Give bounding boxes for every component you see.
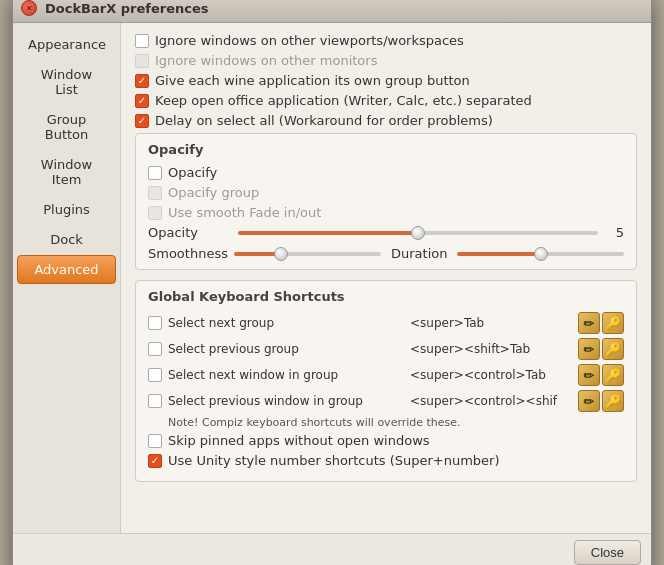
ignore-monitors-checkbox[interactable] xyxy=(135,54,149,68)
wine-group-checkbox[interactable] xyxy=(135,74,149,88)
shortcut-1-key: <super><shift>Tab xyxy=(410,342,570,356)
shortcut-2-label: Select next window in group xyxy=(168,368,410,382)
shortcut-3-icons: ✏ 🔑 xyxy=(578,390,624,412)
unity-style-label: Use Unity style number shortcuts (Super+… xyxy=(168,453,500,468)
window-title: DockBarX preferences xyxy=(45,1,208,16)
shortcut-0-key: <super>Tab xyxy=(410,316,570,330)
smoothness-slider-part: Smoothness xyxy=(148,246,381,261)
sidebar-item-plugins[interactable]: Plugins xyxy=(17,195,116,224)
smoothness-slider[interactable] xyxy=(234,252,381,256)
shortcut-0-icons: ✏ 🔑 xyxy=(578,312,624,334)
sidebar-item-group-button[interactable]: Group Button xyxy=(17,105,116,149)
shortcut-2-checkbox[interactable] xyxy=(148,368,162,382)
shortcut-1-icons: ✏ 🔑 xyxy=(578,338,624,360)
close-window-button[interactable]: ✕ xyxy=(21,0,37,16)
keep-office-label: Keep open office application (Writer, Ca… xyxy=(155,93,532,108)
duration-label: Duration xyxy=(391,246,451,261)
skip-pinned-checkbox[interactable] xyxy=(148,434,162,448)
shortcut-3-key: <super><control><shif xyxy=(410,394,570,408)
titlebar: ✕ DockBarX preferences xyxy=(13,0,651,23)
shortcut-row-0: Select next group <super>Tab ✏ 🔑 xyxy=(148,312,624,334)
shortcuts-note: Note! Compiz keyboard shortcuts will ove… xyxy=(168,416,624,429)
duration-slider[interactable] xyxy=(457,252,624,256)
smoothness-duration-row: Smoothness Duration xyxy=(148,246,624,261)
shortcut-1-checkbox[interactable] xyxy=(148,342,162,356)
shortcut-3-checkbox[interactable] xyxy=(148,394,162,408)
close-dialog-button[interactable]: Close xyxy=(574,540,641,565)
sidebar-item-window-item[interactable]: Window Item xyxy=(17,150,116,194)
ignore-viewports-checkbox[interactable] xyxy=(135,34,149,48)
opacify-row: Opacify xyxy=(148,165,624,180)
sidebar-item-dock[interactable]: Dock xyxy=(17,225,116,254)
opacity-value: 5 xyxy=(604,225,624,240)
opacify-title: Opacify xyxy=(148,142,624,157)
smoothness-label: Smoothness xyxy=(148,246,228,261)
delay-select-label: Delay on select all (Workaround for orde… xyxy=(155,113,493,128)
smooth-fade-row: Use smooth Fade in/out xyxy=(148,205,624,220)
sidebar-item-appearance[interactable]: Appearance xyxy=(17,30,116,59)
shortcut-row-1: Select previous group <super><shift>Tab … xyxy=(148,338,624,360)
wine-group-row: Give each wine application its own group… xyxy=(135,73,637,88)
unity-style-checkbox[interactable] xyxy=(148,454,162,468)
shortcut-0-label: Select next group xyxy=(168,316,410,330)
delay-select-checkbox[interactable] xyxy=(135,114,149,128)
keep-office-checkbox[interactable] xyxy=(135,94,149,108)
opacify-checkbox[interactable] xyxy=(148,166,162,180)
main-panel: Ignore windows on other viewports/worksp… xyxy=(121,23,651,533)
shortcut-row-2: Select next window in group <super><cont… xyxy=(148,364,624,386)
skip-pinned-row: Skip pinned apps without open windows xyxy=(148,433,624,448)
opacity-slider-container xyxy=(238,231,598,235)
shortcut-3-label: Select previous window in group xyxy=(168,394,410,408)
shortcut-1-clear-icon[interactable]: 🔑 xyxy=(602,338,624,360)
sidebar: Appearance Window List Group Button Wind… xyxy=(13,23,121,533)
shortcut-0-checkbox[interactable] xyxy=(148,316,162,330)
skip-pinned-label: Skip pinned apps without open windows xyxy=(168,433,430,448)
shortcut-2-edit-icon[interactable]: ✏ xyxy=(578,364,600,386)
shortcuts-section: Global Keyboard Shortcuts Select next gr… xyxy=(135,280,637,482)
close-icon: ✕ xyxy=(26,4,33,13)
opacity-label: Opacity xyxy=(148,225,238,240)
opacify-group-label: Opacify group xyxy=(168,185,259,200)
ignore-viewports-label: Ignore windows on other viewports/worksp… xyxy=(155,33,464,48)
shortcuts-title: Global Keyboard Shortcuts xyxy=(148,289,624,304)
shortcut-1-label: Select previous group xyxy=(168,342,410,356)
opacify-group-row: Opacify group xyxy=(148,185,624,200)
shortcut-0-edit-icon[interactable]: ✏ xyxy=(578,312,600,334)
keep-office-row: Keep open office application (Writer, Ca… xyxy=(135,93,637,108)
shortcut-2-clear-icon[interactable]: 🔑 xyxy=(602,364,624,386)
smooth-fade-label: Use smooth Fade in/out xyxy=(168,205,321,220)
opacify-section: Opacify Opacify Opacify group Use smooth… xyxy=(135,133,637,270)
delay-select-row: Delay on select all (Workaround for orde… xyxy=(135,113,637,128)
shortcut-row-3: Select previous window in group <super><… xyxy=(148,390,624,412)
shortcut-0-clear-icon[interactable]: 🔑 xyxy=(602,312,624,334)
sidebar-item-advanced[interactable]: Advanced xyxy=(17,255,116,284)
ignore-viewports-row: Ignore windows on other viewports/worksp… xyxy=(135,33,637,48)
wine-group-label: Give each wine application its own group… xyxy=(155,73,470,88)
shortcut-3-clear-icon[interactable]: 🔑 xyxy=(602,390,624,412)
opacify-label: Opacify xyxy=(168,165,217,180)
opacity-row: Opacity 5 xyxy=(148,225,624,240)
sidebar-item-window-list[interactable]: Window List xyxy=(17,60,116,104)
ignore-monitors-label: Ignore windows on other monitors xyxy=(155,53,377,68)
shortcut-3-edit-icon[interactable]: ✏ xyxy=(578,390,600,412)
shortcut-2-key: <super><control>Tab xyxy=(410,368,570,382)
unity-style-row: Use Unity style number shortcuts (Super+… xyxy=(148,453,624,468)
ignore-monitors-row: Ignore windows on other monitors xyxy=(135,53,637,68)
preferences-window: ✕ DockBarX preferences Appearance Window… xyxy=(12,0,652,565)
opacify-group-checkbox[interactable] xyxy=(148,186,162,200)
bottom-bar: Close xyxy=(13,533,651,565)
content-area: Appearance Window List Group Button Wind… xyxy=(13,23,651,533)
opacity-slider[interactable] xyxy=(238,231,598,235)
smooth-fade-checkbox[interactable] xyxy=(148,206,162,220)
shortcut-1-edit-icon[interactable]: ✏ xyxy=(578,338,600,360)
duration-slider-part: Duration xyxy=(391,246,624,261)
shortcut-2-icons: ✏ 🔑 xyxy=(578,364,624,386)
